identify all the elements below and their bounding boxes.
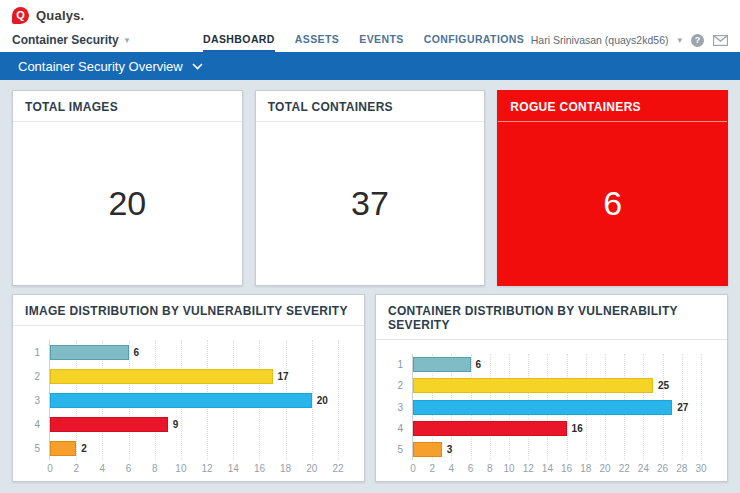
x-axis-tick-label: 22	[332, 463, 343, 474]
category-label: 2	[386, 375, 412, 396]
bar-value-label: 9	[173, 419, 179, 430]
top-nav-bar: Container Security ▾ DASHBOARD ASSETS EV…	[0, 28, 740, 52]
main-nav: DASHBOARD ASSETS EVENTS CONFIGURATIONS	[203, 28, 524, 52]
category-label: 3	[386, 396, 412, 417]
image-severity-chart-panel: IMAGE DISTRIBUTION BY VULNERABILITY SEVE…	[12, 294, 365, 482]
x-axis-tick-label: 8	[152, 463, 158, 474]
dashboard-content: TOTAL IMAGES 20 TOTAL CONTAINERS 37 ROGU…	[0, 80, 740, 482]
bar-row: 6	[50, 340, 338, 364]
brand-name: Qualys.	[36, 8, 84, 23]
summary-cards-row: TOTAL IMAGES 20 TOTAL CONTAINERS 37 ROGU…	[12, 90, 728, 286]
card-rogue-containers[interactable]: ROGUE CONTAINERS 6	[497, 90, 728, 286]
bar-severity-2[interactable]	[413, 378, 653, 393]
gridline	[701, 354, 702, 460]
chart-title: IMAGE DISTRIBUTION BY VULNERABILITY SEVE…	[13, 295, 364, 326]
user-area: Hari Srinivasan (quays2kd56) ▾ ?	[531, 34, 728, 47]
bar-row: 17	[50, 364, 338, 388]
category-label: 1	[386, 354, 412, 375]
x-axis-tick-label: 2	[73, 463, 79, 474]
mail-icon[interactable]	[713, 35, 728, 46]
bar-row: 2	[50, 436, 338, 460]
bar-chart: 1234561720920246810121416182022	[13, 326, 364, 481]
card-value: 6	[498, 122, 727, 285]
tab-dashboard[interactable]: DASHBOARD	[203, 28, 275, 52]
tab-events[interactable]: EVENTS	[359, 28, 403, 52]
bar-severity-2[interactable]	[50, 369, 273, 384]
user-menu[interactable]: Hari Srinivasan (quays2kd56)	[531, 34, 669, 46]
card-value: 37	[256, 122, 485, 285]
bar-value-label: 2	[81, 443, 87, 454]
chevron-down-icon: ▾	[125, 35, 130, 45]
module-selector[interactable]: Container Security ▾	[12, 33, 129, 47]
x-axis-tick-label: 8	[487, 463, 493, 474]
category-label: 1	[23, 340, 49, 364]
x-axis-tick-label: 30	[695, 463, 706, 474]
bar-severity-1[interactable]	[413, 357, 471, 372]
bar-row: 3	[413, 439, 701, 460]
dashboard-selector-label: Container Security Overview	[18, 59, 183, 74]
category-label: 3	[23, 388, 49, 412]
dashboard-selector[interactable]: Container Security Overview	[0, 52, 740, 80]
help-icon[interactable]: ?	[691, 34, 704, 47]
module-selector-label: Container Security	[12, 33, 119, 47]
x-axis-tick-label: 6	[126, 463, 132, 474]
bar-rows: 6172092	[50, 340, 338, 460]
card-value: 20	[13, 122, 242, 285]
x-axis: 024681012141618202224262830	[413, 460, 701, 477]
x-axis-tick-label: 18	[280, 463, 291, 474]
bar-rows: 62527163	[413, 354, 701, 460]
x-axis-tick-label: 2	[429, 463, 435, 474]
bar-value-label: 17	[278, 371, 289, 382]
brand-bar: Q Qualys.	[0, 0, 740, 28]
card-title: ROGUE CONTAINERS	[498, 91, 727, 122]
plot-area: 1234562527163	[386, 354, 701, 460]
x-axis-tick-label: 0	[410, 463, 416, 474]
card-total-containers[interactable]: TOTAL CONTAINERS 37	[255, 90, 486, 286]
bar-severity-3[interactable]	[413, 400, 672, 415]
x-axis: 0246810121416182022	[50, 460, 338, 477]
bar-severity-4[interactable]	[413, 421, 567, 436]
x-axis-tick-label: 0	[47, 463, 53, 474]
bar-value-label: 16	[572, 423, 583, 434]
bar-row: 16	[413, 418, 701, 439]
qualys-logo-icon: Q	[12, 7, 29, 24]
card-total-images[interactable]: TOTAL IMAGES 20	[12, 90, 243, 286]
card-title: TOTAL CONTAINERS	[256, 91, 485, 122]
category-label: 2	[23, 364, 49, 388]
tab-configurations[interactable]: CONFIGURATIONS	[424, 28, 525, 52]
category-label: 5	[386, 439, 412, 460]
category-label: 4	[386, 418, 412, 439]
x-axis-tick-label: 10	[503, 463, 514, 474]
x-axis-tick-label: 20	[306, 463, 317, 474]
bar-row: 9	[50, 412, 338, 436]
bar-row: 27	[413, 396, 701, 417]
bar-value-label: 20	[317, 395, 328, 406]
bar-value-label: 25	[658, 380, 669, 391]
x-axis-tick-label: 28	[676, 463, 687, 474]
bar-row: 20	[50, 388, 338, 412]
x-axis-tick-label: 12	[523, 463, 534, 474]
chevron-down-icon[interactable]: ▾	[677, 35, 682, 45]
bar-severity-5[interactable]	[50, 441, 76, 456]
y-axis-labels: 12345	[386, 354, 412, 460]
bar-value-label: 6	[134, 347, 140, 358]
bar-severity-5[interactable]	[413, 442, 442, 457]
plot-area: 123456172092	[23, 340, 338, 460]
bar-severity-4[interactable]	[50, 417, 168, 432]
bar-row: 25	[413, 375, 701, 396]
x-axis-tick-label: 16	[561, 463, 572, 474]
bar-chart: 1234562527163024681012141618202224262830	[376, 340, 727, 481]
bar-value-label: 3	[447, 444, 453, 455]
x-axis-tick-label: 18	[580, 463, 591, 474]
tab-assets[interactable]: ASSETS	[295, 28, 339, 52]
x-axis-tick-label: 14	[542, 463, 553, 474]
bar-value-label: 6	[476, 359, 482, 370]
x-axis-tick-label: 24	[638, 463, 649, 474]
chart-title: CONTAINER DISTRIBUTION BY VULNERABILITY …	[376, 295, 727, 340]
chevron-down-icon	[192, 63, 203, 70]
x-axis-tick-label: 6	[468, 463, 474, 474]
container-severity-chart-panel: CONTAINER DISTRIBUTION BY VULNERABILITY …	[375, 294, 728, 482]
bar-severity-1[interactable]	[50, 345, 129, 360]
bar-value-label: 27	[677, 402, 688, 413]
bar-severity-3[interactable]	[50, 393, 312, 408]
